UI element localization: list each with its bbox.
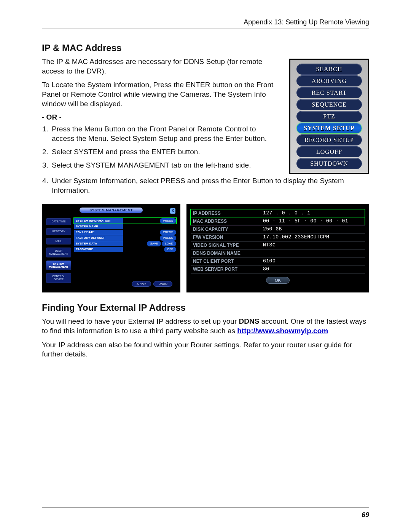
tab-user[interactable]: USERMANAGEMENT	[46, 248, 71, 257]
info-label: NET CLIENT PORT	[191, 257, 261, 265]
menu-item-rec-start[interactable]: REC START	[296, 87, 362, 98]
table-row: PASSWORDOFF	[74, 247, 176, 252]
sysinfo-table: IP ADDRESS127 . 0 . 0 . 1MAC ADDRESS00 ·…	[188, 205, 368, 273]
info-value: 6100	[261, 257, 365, 265]
row-label: SYSTEM INFORMATION	[74, 218, 123, 224]
context-menu-screenshot: SEARCHARCHVINGREC STARTSEQUENCEPTZSYSTEM…	[289, 59, 369, 174]
sysmgmt-footer: APPLY UNDO	[132, 281, 172, 287]
menu-item-search[interactable]: SEARCH	[296, 64, 362, 75]
system-info-screenshot: IP ADDRESS127 . 0 . 0 . 1MAC ADDRESS00 ·…	[186, 204, 369, 292]
row-value-button-2[interactable]: LOAD	[162, 241, 176, 246]
two-column-layout: The IP & MAC Addresses are necessary for…	[42, 57, 369, 174]
sysinfo-footer: OK	[188, 276, 368, 284]
system-management-screenshot: SYSTEM MANAGEMENT X DATE/TIMENETWORKMAIL…	[42, 204, 180, 292]
info-label: VIDEO SIGNAL TYPE	[191, 241, 261, 249]
info-label: F/W VERSION	[191, 233, 261, 241]
sysmgmt-tabs: DATE/TIMENETWORKMAILUSERMANAGEMENTSYSTEM…	[46, 218, 71, 283]
table-row: MAC ADDRESS00 · 11 · 5F · 00 · 00 · 01	[191, 217, 365, 225]
ddns-bold: DDNS	[239, 317, 260, 325]
table-row: FACTORY DEFAULTPRESS	[74, 235, 176, 241]
row-value-button[interactable]: PRESS	[160, 218, 176, 224]
menu-item-record-setup[interactable]: RECORD SETUP	[296, 134, 362, 145]
steps-list-continued: Under System Information, select PRESS a…	[42, 176, 369, 195]
table-row: VIDEO SIGNAL TYPENTSC	[191, 241, 365, 249]
info-label: WEB SERVER PORT	[191, 265, 261, 273]
info-label: DDNS DOMAIN NAME	[191, 249, 261, 257]
sysmgmt-title: SYSTEM MANAGEMENT	[80, 208, 143, 213]
left-text-column: The IP & MAC Addresses are necessary for…	[42, 57, 279, 174]
info-label: MAC ADDRESS	[191, 217, 261, 225]
ext-ip-text-a: You will need to have your External IP a…	[42, 317, 239, 325]
steps-list: Press the Menu Button on the Front Panel…	[42, 125, 279, 170]
info-value: 17.10.002.233ENCUTCPM	[261, 233, 365, 241]
tab-date-time[interactable]: DATE/TIME	[46, 218, 71, 225]
ok-button[interactable]: OK	[266, 277, 290, 284]
tab-network[interactable]: NETWORK	[46, 228, 71, 235]
info-value: 00 · 11 · 5F · 00 · 00 · 01	[261, 217, 365, 225]
info-value: NTSC	[261, 241, 365, 249]
row-value-button[interactable]: OFF	[164, 247, 176, 252]
row-label: SYSTEM NAME	[74, 224, 123, 229]
table-row: WEB SERVER PORT80	[191, 265, 365, 273]
step-2: Select SYSTEM and press the ENTER button…	[50, 147, 279, 157]
info-value: 127 . 0 . 0 . 1	[261, 209, 365, 217]
tab-system[interactable]: SYSTEMMANAGEMENT	[46, 260, 71, 270]
table-row: F/W VERSION17.10.002.233ENCUTCPM	[191, 233, 365, 241]
tab-mail[interactable]: MAIL	[46, 238, 71, 245]
page-number: 69	[362, 511, 369, 519]
info-value	[261, 249, 365, 257]
info-label: DISK CAPACITY	[191, 225, 261, 233]
table-row: NET CLIENT PORT6100	[191, 257, 365, 265]
table-row: F/W UPDATEPRESS	[74, 230, 176, 235]
table-row: SYSTEM NAME	[74, 224, 176, 229]
sysmgmt-body: DATE/TIMENETWORKMAILUSERMANAGEMENTSYSTEM…	[43, 218, 179, 283]
table-row: SYSTEM DATASAVELOAD	[74, 241, 176, 246]
menu-item-sequence[interactable]: SEQUENCE	[296, 99, 362, 110]
row-label: SYSTEM DATA	[74, 241, 123, 246]
screenshot-row: SYSTEM MANAGEMENT X DATE/TIMENETWORKMAIL…	[42, 204, 369, 292]
table-row: DDNS DOMAIN NAME	[191, 249, 365, 257]
section-heading-external-ip: Finding Your External IP Address	[42, 302, 369, 313]
menu-item-ptz[interactable]: PTZ	[296, 111, 362, 122]
close-icon[interactable]: X	[170, 208, 175, 214]
step-3: Select the SYSTEM MANAGEMENT tab on the …	[50, 161, 279, 170]
table-row: DISK CAPACITY250 GB	[191, 225, 365, 233]
table-row: IP ADDRESS127 . 0 . 0 . 1	[191, 209, 365, 217]
section-heading-ip-mac: IP & MAC Address	[42, 43, 369, 53]
info-value: 80	[261, 265, 365, 273]
menu-item-shutdown[interactable]: SHUTDOWN	[296, 158, 362, 169]
menu-item-system-setup[interactable]: SYSTEM SETUP	[296, 123, 362, 134]
row-value-button[interactable]: SAVE	[147, 241, 161, 246]
table-row: SYSTEM INFORMATIONPRESS	[74, 218, 176, 224]
row-label: PASSWORD	[74, 247, 123, 252]
sysmgmt-title-bar: SYSTEM MANAGEMENT	[43, 205, 179, 213]
row-label: FACTORY DEFAULT	[74, 235, 123, 241]
tab-control[interactable]: CONTROLDEVICE	[46, 273, 71, 283]
row-value-button[interactable]: PRESS	[160, 235, 176, 241]
menu-item-archving[interactable]: ARCHVING	[296, 75, 362, 86]
info-value: 250 GB	[261, 225, 365, 233]
external-ip-paragraph-1: You will need to have your External IP a…	[42, 317, 369, 335]
footer-rule	[42, 507, 369, 508]
apply-button[interactable]: APPLY	[132, 281, 151, 287]
step-1: Press the Menu Button on the Front Panel…	[50, 125, 279, 143]
info-label: IP ADDRESS	[191, 209, 261, 217]
undo-button[interactable]: UNDO	[153, 281, 172, 287]
right-image-column: SEARCHARCHVINGREC STARTSEQUENCEPTZSYSTEM…	[289, 57, 369, 174]
showmyip-link[interactable]: http://www.showmyip.com	[237, 327, 328, 335]
sysmgmt-table: SYSTEM INFORMATIONPRESSSYSTEM NAMEF/W UP…	[74, 218, 176, 283]
external-ip-paragraph-2: Your IP address can also be found within…	[42, 340, 369, 359]
menu-item-logoff[interactable]: LOGOFF	[296, 146, 362, 157]
header-rule	[42, 29, 369, 29]
document-page: Appendix 13: Setting Up Remote Viewing I…	[0, 0, 411, 532]
row-label: F/W UPDATE	[74, 230, 123, 235]
intro-paragraph-1: The IP & MAC Addresses are necessary for…	[42, 57, 279, 76]
running-header: Appendix 13: Setting Up Remote Viewing	[42, 18, 369, 26]
step-4: Under System Information, select PRESS a…	[50, 176, 369, 195]
row-value-button[interactable]: PRESS	[160, 230, 176, 235]
intro-paragraph-2: To Locate the System information, Press …	[42, 80, 279, 109]
or-divider: - OR -	[42, 113, 279, 121]
